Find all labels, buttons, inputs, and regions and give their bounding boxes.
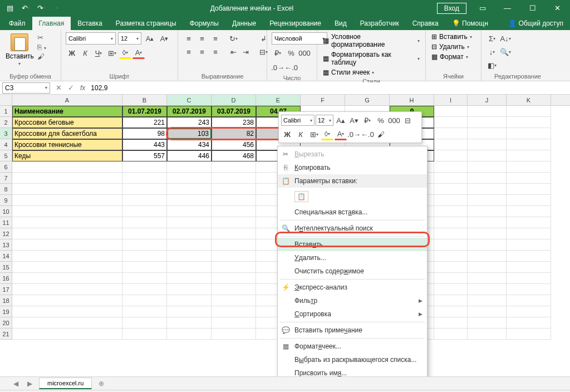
cell-empty[interactable] — [167, 217, 212, 228]
cell-empty[interactable] — [468, 262, 507, 273]
colh-g[interactable]: G — [345, 95, 390, 105]
cell-empty[interactable] — [12, 217, 122, 228]
cell-empty[interactable] — [212, 284, 256, 295]
tab-formulas[interactable]: Формулы — [183, 17, 225, 30]
cell-b2[interactable]: 221 — [122, 117, 167, 128]
mini-comma-icon[interactable]: 000 — [388, 114, 400, 126]
enter-formula-icon[interactable]: ✓ — [65, 82, 77, 94]
cell-empty[interactable] — [12, 306, 122, 317]
clear-icon[interactable]: ◧▾ — [486, 60, 498, 72]
cell-empty[interactable] — [167, 317, 212, 329]
cell-empty[interactable] — [122, 306, 167, 317]
cell-empty[interactable] — [468, 273, 507, 284]
colh-c[interactable]: C — [167, 95, 212, 105]
cell-empty[interactable] — [212, 195, 256, 206]
cell-empty[interactable] — [167, 273, 212, 284]
cell-empty[interactable] — [122, 239, 167, 251]
cell-c1[interactable]: 02.07.2019 — [167, 106, 212, 117]
tab-file[interactable]: Файл — [2, 17, 32, 30]
cell-empty[interactable] — [12, 206, 122, 217]
rowh-13[interactable]: 13 — [0, 239, 12, 251]
tab-pagelayout[interactable]: Разметка страницы — [109, 17, 183, 30]
cell-empty[interactable] — [122, 317, 167, 329]
font-name-select[interactable]: Calibri▾ — [66, 32, 116, 45]
fill-color-button[interactable]: ◊▾ — [119, 47, 131, 59]
cell-empty[interactable] — [434, 173, 468, 184]
rowh-2[interactable]: 2 — [0, 117, 12, 128]
cell-empty[interactable] — [507, 284, 551, 295]
cell-empty[interactable] — [212, 161, 256, 173]
format-as-table-button[interactable]: ▦ Форматировать как таблицу▾ — [322, 50, 421, 67]
cell-empty[interactable] — [12, 273, 122, 284]
rowh-4[interactable]: 4 — [0, 139, 12, 150]
decrease-indent-icon[interactable]: ⇤ — [227, 46, 239, 58]
currency-icon[interactable]: ₽▾ — [272, 47, 284, 59]
cell-empty[interactable] — [12, 262, 122, 273]
cell-empty[interactable] — [434, 273, 468, 284]
mini-fill-icon[interactable]: ◊▾ — [321, 128, 333, 140]
conditional-formatting-button[interactable]: ▦ Условное форматирование▾ — [322, 32, 421, 49]
cell-empty[interactable] — [434, 239, 468, 251]
increase-indent-icon[interactable]: ⇥ — [239, 46, 252, 58]
mini-format-painter-icon[interactable]: 🖌 — [375, 128, 387, 140]
cell-empty[interactable] — [434, 262, 468, 273]
border-button[interactable]: ⊞▾ — [106, 47, 118, 59]
cell-empty[interactable] — [434, 217, 468, 228]
cell-empty[interactable] — [12, 173, 122, 184]
mini-decimal-dec-icon[interactable]: ←.0 — [361, 128, 374, 140]
cell-empty[interactable] — [468, 161, 507, 173]
ctx-insert-comment[interactable]: 💬Вставить примечание — [278, 324, 427, 337]
sheet-tab[interactable]: microexcel.ru — [39, 378, 92, 389]
ctx-sort[interactable]: Сортировка▶ — [278, 307, 427, 321]
cell-empty[interactable] — [212, 206, 256, 217]
cell-empty[interactable] — [468, 317, 507, 329]
qat-customize-icon[interactable]: ▾ — [50, 2, 63, 15]
rowh-17[interactable]: 17 — [0, 284, 12, 295]
cell-empty[interactable] — [507, 262, 551, 273]
cell-empty[interactable] — [507, 161, 551, 173]
cell-empty[interactable] — [212, 173, 256, 184]
mini-italic-button[interactable]: К — [294, 128, 307, 140]
cell-empty[interactable] — [468, 206, 507, 217]
bold-button[interactable]: Ж — [66, 47, 78, 59]
cell-empty[interactable] — [12, 184, 122, 195]
italic-button[interactable]: К — [79, 47, 91, 59]
tab-review[interactable]: Рецензирование — [263, 17, 328, 30]
increase-decimal-icon[interactable]: .0→ — [272, 61, 284, 74]
cell-empty[interactable] — [434, 295, 468, 306]
mini-percent-icon[interactable]: % — [375, 114, 387, 126]
cell-empty[interactable] — [468, 284, 507, 295]
insert-cells-button[interactable]: ⊞ Вставить▾ — [430, 32, 476, 41]
cancel-formula-icon[interactable]: ✕ — [52, 82, 65, 94]
decrease-font-icon[interactable]: A▾ — [158, 32, 170, 45]
cell-empty[interactable] — [122, 217, 167, 228]
signin-button[interactable]: Вход — [437, 3, 466, 14]
tab-help[interactable]: Справка — [406, 17, 445, 30]
cell-empty[interactable] — [468, 217, 507, 228]
delete-cells-button[interactable]: ⊟ Удалить▾ — [430, 42, 476, 51]
cell-empty[interactable] — [167, 228, 212, 239]
percent-icon[interactable]: % — [285, 47, 297, 59]
ctx-insert[interactable]: Вставить... — [278, 238, 427, 251]
cell-empty[interactable] — [468, 195, 507, 206]
sheet-nav-prev-icon[interactable]: ◀ — [11, 380, 21, 388]
cell-empty[interactable] — [434, 306, 468, 317]
autosum-icon[interactable]: Σ▾ — [486, 32, 498, 45]
rowh-5[interactable]: 5 — [0, 150, 12, 161]
cell-a4[interactable]: Кроссовки теннисные — [12, 139, 122, 150]
cell-styles-button[interactable]: ▦ Стили ячеек▾ — [322, 68, 421, 77]
rowh-6[interactable]: 6 — [0, 161, 12, 173]
colh-j[interactable]: J — [468, 95, 507, 105]
cell-empty[interactable] — [212, 217, 256, 228]
cell-empty[interactable] — [507, 184, 551, 195]
cell-empty[interactable] — [12, 295, 122, 306]
rowh-20[interactable]: 20 — [0, 317, 12, 329]
cell-empty[interactable] — [468, 228, 507, 239]
mini-increase-font-icon[interactable]: A▴ — [335, 114, 347, 126]
tab-data[interactable]: Данные — [225, 17, 263, 30]
cell-empty[interactable] — [507, 206, 551, 217]
colh-i[interactable]: I — [434, 95, 468, 105]
font-size-select[interactable]: 12▾ — [118, 32, 141, 45]
cell-empty[interactable] — [167, 306, 212, 317]
rowh-8[interactable]: 8 — [0, 184, 12, 195]
